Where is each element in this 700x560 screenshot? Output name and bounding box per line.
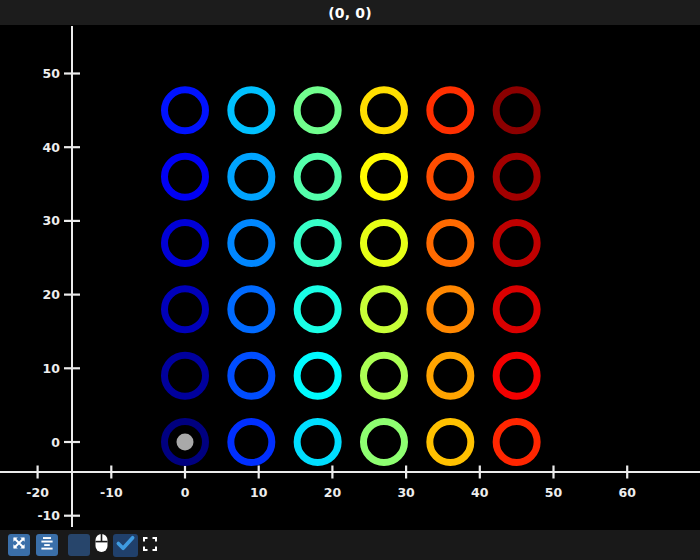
y-tick-label: 40 [43, 140, 61, 155]
mouse-icon [94, 533, 109, 557]
scatter-point[interactable] [496, 355, 537, 396]
app-window: -20-10010203040506050403020100-10 (0, 0) [0, 0, 700, 560]
scatter-point[interactable] [297, 90, 338, 131]
scatter-point[interactable] [496, 90, 537, 131]
scatter-point[interactable] [165, 223, 206, 264]
scatter-point[interactable] [363, 289, 404, 330]
scatter-point[interactable] [231, 223, 272, 264]
toolbar [0, 530, 700, 560]
scatter-point[interactable] [430, 223, 471, 264]
scatter-point[interactable] [496, 422, 537, 463]
scatter-point[interactable] [363, 355, 404, 396]
x-tick-label: 30 [397, 485, 415, 500]
x-tick-label: 0 [181, 485, 190, 500]
scatter-point[interactable] [430, 90, 471, 131]
x-tick-label: 50 [545, 485, 563, 500]
scatter-point[interactable] [363, 223, 404, 264]
scatter-point[interactable] [231, 90, 272, 131]
x-tick-label: 60 [618, 485, 636, 500]
fullscreen-button[interactable] [142, 534, 158, 556]
title-bar: (0, 0) [0, 0, 700, 25]
scatter-point[interactable] [165, 355, 206, 396]
scatter-point[interactable] [165, 289, 206, 330]
x-tick-label: 20 [324, 485, 342, 500]
scatter-point[interactable] [430, 156, 471, 197]
scatter-point[interactable] [363, 156, 404, 197]
blank-toggle[interactable] [68, 534, 90, 556]
mouse-mode-button[interactable] [93, 534, 109, 556]
x-tick-label: 10 [250, 485, 268, 500]
scatter-point[interactable] [231, 156, 272, 197]
scatter-point[interactable] [231, 355, 272, 396]
pan-button[interactable] [8, 534, 30, 556]
scatter-point[interactable] [231, 289, 272, 330]
scatter-point[interactable] [363, 422, 404, 463]
scatter-point[interactable] [496, 156, 537, 197]
x-tick-label: -10 [100, 485, 123, 500]
scatter-point[interactable] [297, 355, 338, 396]
scatter-point[interactable] [430, 289, 471, 330]
scatter-point[interactable] [430, 355, 471, 396]
x-tick-label: -20 [26, 485, 49, 500]
expand-arrows-icon [11, 535, 27, 555]
y-tick-label: 10 [43, 361, 61, 376]
checkmark-icon [115, 534, 136, 556]
selected-point-marker[interactable] [177, 434, 194, 451]
scatter-point[interactable] [165, 156, 206, 197]
align-center-lines-icon [39, 535, 55, 555]
y-tick-label: 0 [51, 435, 60, 450]
plot-svg[interactable]: -20-10010203040506050403020100-10 [0, 0, 700, 560]
scatter-point[interactable] [297, 289, 338, 330]
scatter-point[interactable] [363, 90, 404, 131]
center-button[interactable] [36, 534, 58, 556]
window-title: (0, 0) [328, 5, 372, 21]
fullscreen-corners-icon [143, 536, 157, 555]
scatter-point[interactable] [496, 289, 537, 330]
scatter-point[interactable] [165, 90, 206, 131]
y-tick-label: 30 [43, 213, 61, 228]
scatter-point[interactable] [297, 156, 338, 197]
confirm-toggle[interactable] [113, 534, 138, 557]
x-tick-label: 40 [471, 485, 489, 500]
scatter-point[interactable] [496, 223, 537, 264]
y-tick-label: 20 [43, 287, 61, 302]
y-tick-label: 50 [43, 66, 61, 81]
scatter-point[interactable] [430, 422, 471, 463]
scatter-point[interactable] [297, 223, 338, 264]
scatter-point[interactable] [231, 422, 272, 463]
y-tick-label: -10 [37, 508, 60, 523]
scatter-point[interactable] [297, 422, 338, 463]
